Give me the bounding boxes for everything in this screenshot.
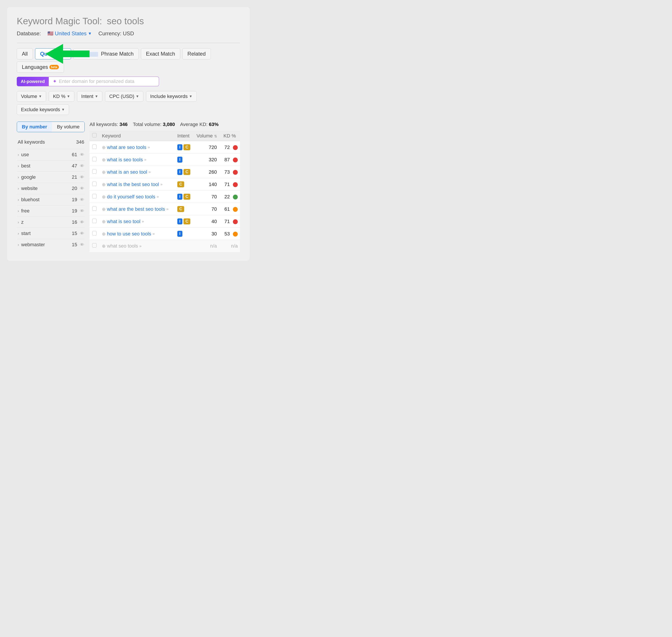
intent-badge-i: I (177, 231, 182, 237)
row-checkbox[interactable] (92, 194, 97, 198)
keyword-link[interactable]: ⊕ what are the best seo tools » (102, 206, 172, 212)
sidebar-all-row: All keywords 346 (17, 137, 85, 147)
eye-icon[interactable]: 👁 (80, 164, 84, 168)
row-checkbox[interactable] (92, 206, 97, 211)
chevron-right-icon: › (18, 186, 19, 191)
divider (17, 43, 240, 43)
intent-badge-i: I (177, 218, 182, 224)
by-number-btn[interactable]: By number (17, 122, 52, 132)
keyword-text: how to use seo tools (107, 231, 151, 237)
kd-value: 87 (224, 157, 229, 162)
tab-questions[interactable]: Questions (35, 48, 71, 59)
sidebar-item-use[interactable]: › use 61 👁 (17, 149, 85, 160)
summary-row: All keywords: 346 Total volume: 3,080 Av… (90, 122, 240, 127)
col-header-volume[interactable]: Volume ⇅ (194, 131, 221, 141)
chevron-right-icon: › (18, 231, 19, 236)
sidebar-item-best[interactable]: › best 47 👁 (17, 160, 85, 171)
volume-cell: 260 (194, 166, 221, 178)
row-checkbox[interactable] (92, 145, 97, 149)
sidebar-item-label: google (21, 174, 72, 180)
tab-phrase-match[interactable]: Phrase Match (73, 48, 139, 59)
tab-languages-label: Languages (22, 64, 48, 70)
ai-powered-label: AI-powered (17, 77, 49, 86)
volume-cell: 70 (194, 190, 221, 203)
eye-icon[interactable]: 👁 (80, 242, 84, 247)
sidebar-item-start[interactable]: › start 15 👁 (17, 228, 85, 239)
sidebar-item-webmaster[interactable]: › webmaster 15 👁 (17, 239, 85, 250)
filter-kd[interactable]: KD % ▼ (49, 91, 74, 102)
keyword-cell: ⊕ do it yourself seo tools » (99, 190, 175, 203)
row-checkbox[interactable] (92, 157, 97, 161)
add-icon: ⊕ (102, 182, 106, 187)
kd-value: 61 (224, 206, 229, 212)
kd-cell: 61 (221, 203, 240, 215)
keyword-link[interactable]: ⊕ do it yourself seo tools » (102, 194, 172, 200)
row-checkbox[interactable] (92, 219, 97, 223)
keyword-link[interactable]: ⊕ what is seo tool » (102, 219, 172, 224)
keyword-text: what seo tools (107, 243, 138, 249)
database-selector[interactable]: 🇺🇸 United States ▼ (48, 31, 92, 37)
eye-icon[interactable]: 👁 (80, 186, 84, 191)
filter-intent[interactable]: Intent ▼ (77, 91, 102, 102)
ai-domain-input[interactable]: ✦ Enter domain for personalized data (49, 76, 159, 86)
row-checkbox[interactable] (92, 231, 97, 235)
keyword-link[interactable]: ⊕ what seo tools » (102, 243, 172, 249)
tab-exact-match[interactable]: Exact Match (141, 48, 180, 59)
tab-related[interactable]: Related (182, 48, 211, 59)
sidebar-item-bluehost[interactable]: › bluehost 19 👁 (17, 194, 85, 205)
keyword-text: do it yourself seo tools (107, 194, 155, 200)
filter-cpc[interactable]: CPC (USD) ▼ (105, 91, 143, 102)
eye-icon[interactable]: 👁 (80, 152, 84, 157)
intent-badge-i: I (177, 157, 182, 163)
header-checkbox[interactable] (92, 133, 97, 138)
eye-icon[interactable]: 👁 (80, 197, 84, 202)
eye-icon[interactable]: 👁 (80, 208, 84, 214)
table-row: ⊕ what is seo tool » I C 40 (90, 215, 240, 228)
by-volume-btn[interactable]: By volume (52, 122, 85, 132)
sidebar-item-z[interactable]: › z 16 👁 (17, 216, 85, 228)
chevron-right-icon: › (18, 209, 19, 213)
volume-cell: 720 (194, 141, 221, 153)
sidebar-item-website[interactable]: › website 20 👁 (17, 183, 85, 194)
eye-icon[interactable]: 👁 (80, 175, 84, 180)
kd-dot-green (233, 195, 238, 199)
volume-cell: 140 (194, 178, 221, 190)
arrow-icon: » (148, 145, 150, 150)
keyword-link[interactable]: ⊕ what is seo tools » (102, 157, 172, 163)
tab-all[interactable]: All (17, 48, 33, 59)
tab-languages[interactable]: Languages beta (17, 61, 64, 73)
sidebar-item-label: start (21, 231, 72, 236)
sidebar-item-free[interactable]: › free 19 👁 (17, 205, 85, 216)
chevron-right-icon: › (18, 164, 19, 168)
keyword-text: what is the best seo tool (107, 182, 159, 187)
keyword-link[interactable]: ⊕ what is an seo tool » (102, 169, 172, 175)
intent-badge-c: C (177, 181, 184, 187)
keyword-cell: ⊕ what is seo tool » (99, 215, 175, 228)
keyword-link[interactable]: ⊕ how to use seo tools » (102, 231, 172, 237)
keyword-link[interactable]: ⊕ what is the best seo tool » (102, 182, 172, 187)
kd-dot-red (233, 182, 238, 187)
filter-include[interactable]: Include keywords ▼ (146, 91, 197, 102)
keyword-cell: ⊕ what is the best seo tool » (99, 178, 175, 190)
row-checkbox[interactable] (92, 243, 97, 248)
row-checkbox[interactable] (92, 169, 97, 174)
arrow-icon: » (139, 244, 142, 249)
keyword-link[interactable]: ⊕ what are seo tools » (102, 145, 172, 150)
chevron-down-icon: ▼ (136, 94, 139, 98)
arrow-icon: » (156, 194, 159, 199)
sidebar-all-label: All keywords (18, 139, 45, 145)
main-content: All keywords: 346 Total volume: 3,080 Av… (90, 122, 240, 252)
chevron-right-icon: › (18, 242, 19, 247)
arrow-icon: » (144, 157, 146, 162)
eye-icon[interactable]: 👁 (80, 231, 84, 236)
sidebar-item-count: 21 (72, 174, 77, 180)
filter-volume[interactable]: Volume ▼ (17, 91, 46, 102)
sidebar-item-count: 19 (72, 197, 77, 203)
filter-exclude[interactable]: Exclude keywords ▼ (17, 104, 69, 115)
row-checkbox[interactable] (92, 182, 97, 186)
sidebar-item-google[interactable]: › google 21 👁 (17, 171, 85, 183)
eye-icon[interactable]: 👁 (80, 220, 84, 225)
intent-badge-i: I (177, 144, 182, 150)
title-query: seo tools (107, 16, 144, 26)
add-icon: ⊕ (102, 145, 106, 150)
